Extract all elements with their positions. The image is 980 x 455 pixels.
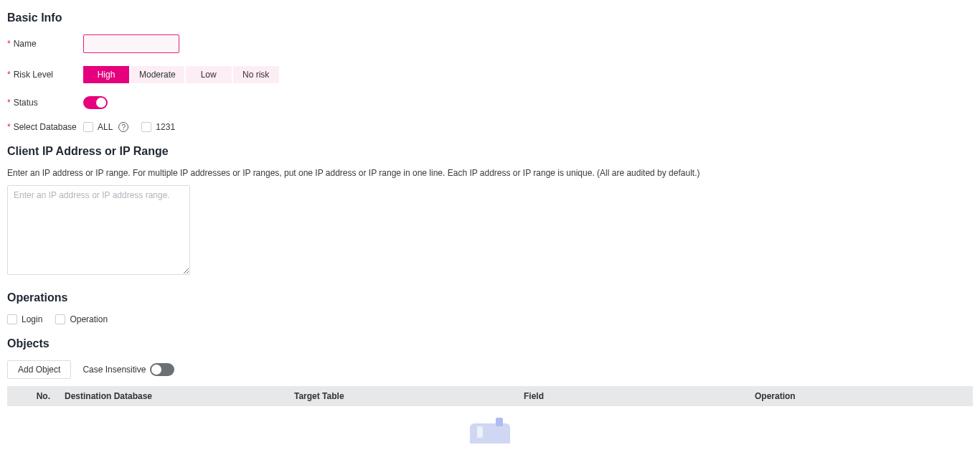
case-insensitive-toggle[interactable] (150, 363, 174, 376)
risk-level-label: * Risk Level (7, 70, 83, 80)
col-no-header: No. (7, 386, 57, 406)
client-ip-hint: Enter an IP address or IP range. For mul… (7, 168, 973, 178)
empty-state-icon (470, 423, 510, 444)
risk-high-button[interactable]: High (83, 66, 129, 83)
col-dest-header: Destination Database (57, 386, 287, 406)
db-1231-checkbox[interactable] (141, 122, 151, 132)
select-database-label: * Select Database (7, 122, 83, 132)
operations-options: Login Operation (7, 314, 973, 324)
col-op-header: Operation (748, 386, 973, 406)
risk-low-button[interactable]: Low (186, 66, 232, 83)
db-all-option: ALL ? (83, 122, 128, 132)
add-object-button[interactable]: Add Object (7, 360, 71, 379)
objects-controls: Add Object Case Insensitive (7, 360, 973, 379)
section-operations-title: Operations (7, 291, 973, 304)
row-select-database: * Select Database ALL ? 1231 (7, 122, 973, 132)
op-operation-option: Operation (55, 314, 108, 324)
risk-level-radio-group: High Moderate Low No risk (83, 66, 279, 83)
status-toggle[interactable] (83, 96, 108, 109)
section-basic-info-title: Basic Info (7, 11, 973, 24)
required-star-icon: * (7, 98, 11, 108)
switch-thumb (96, 98, 106, 108)
name-input[interactable] (83, 34, 179, 53)
empty-state-illustration (7, 423, 973, 444)
op-login-checkbox[interactable] (7, 314, 17, 324)
status-label: * Status (7, 98, 83, 108)
op-operation-checkbox[interactable] (55, 314, 65, 324)
required-star-icon: * (7, 39, 11, 49)
select-database-label-text: Select Database (14, 122, 77, 132)
status-label-text: Status (14, 98, 38, 108)
db-1231-option: 1231 (141, 122, 175, 132)
row-status: * Status (7, 96, 973, 109)
db-1231-label: 1231 (156, 122, 175, 132)
risk-norisk-button[interactable]: No risk (233, 66, 279, 83)
row-name: * Name (7, 34, 973, 53)
objects-table-header-row: No. Destination Database Target Table Fi… (7, 386, 973, 406)
row-risk-level: * Risk Level High Moderate Low No risk (7, 66, 973, 83)
op-operation-label: Operation (70, 314, 108, 324)
risk-moderate-button[interactable]: Moderate (131, 66, 184, 83)
name-label-text: Name (14, 39, 37, 49)
case-insensitive-label: Case Insensitive (83, 365, 146, 375)
required-star-icon: * (7, 122, 11, 132)
objects-table: No. Destination Database Target Table Fi… (7, 386, 973, 406)
section-client-ip-title: Client IP Address or IP Range (7, 145, 973, 158)
op-login-option: Login (7, 314, 42, 324)
required-star-icon: * (7, 70, 11, 80)
risk-level-label-text: Risk Level (14, 70, 53, 80)
client-ip-textarea[interactable] (7, 185, 190, 275)
op-login-label: Login (22, 314, 42, 324)
col-field-header: Field (517, 386, 748, 406)
help-icon[interactable]: ? (118, 122, 128, 132)
db-all-label: ALL (98, 122, 113, 132)
db-all-checkbox[interactable] (83, 122, 93, 132)
col-target-header: Target Table (287, 386, 517, 406)
name-label: * Name (7, 39, 83, 49)
section-objects-title: Objects (7, 337, 973, 350)
